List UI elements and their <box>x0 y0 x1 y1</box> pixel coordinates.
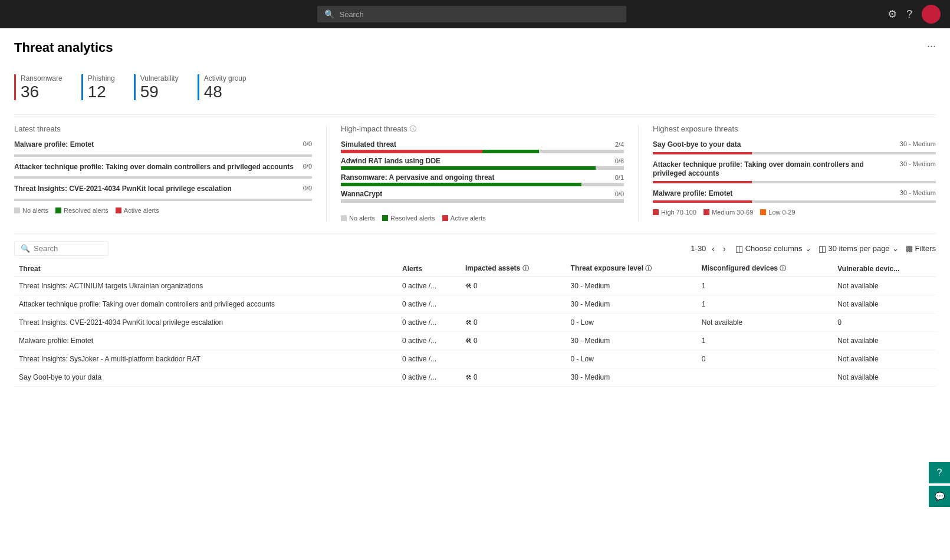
exposure-info-icon: ⓘ <box>645 265 652 272</box>
col-vulnerable: Vulnerable devic... <box>833 261 936 277</box>
latest-threat-row-1: Attacker technique profile: Taking over … <box>14 163 312 172</box>
col-alerts: Alerts <box>397 261 461 277</box>
exp-level-1: 30 - Medium <box>900 160 936 167</box>
choose-columns-icon: ◫ <box>735 244 743 253</box>
table-row: Attacker technique profile: Taking over … <box>14 295 936 314</box>
alerts-cell-0: 0 active /... <box>397 277 461 295</box>
latest-threat-bar-2 <box>14 199 312 201</box>
alerts-cell-4: 0 active /... <box>397 350 461 368</box>
stat-phishing: Phishing 12 <box>81 74 115 100</box>
latest-threat-name-0: Malware profile: Emotet <box>14 140 303 150</box>
legend-no-alerts: No alerts <box>14 207 48 214</box>
threat-cell-5: Say Goot-bye to your data <box>14 368 397 387</box>
search-icon: 🔍 <box>324 9 334 19</box>
more-options-icon[interactable]: ··· <box>927 40 936 52</box>
legend-low: Low 0-29 <box>760 209 795 216</box>
legend-active-alerts: Active alerts <box>116 207 159 214</box>
choose-columns-label: Choose columns <box>745 244 803 253</box>
misconfigured-cell-4: 0 <box>697 350 833 368</box>
threat-cell-4[interactable]: Threat Insights: SysJoker - A multi-plat… <box>14 350 397 368</box>
vulnerable-cell-4: Not available <box>833 350 936 368</box>
exp-bar-fill-1 <box>653 181 752 183</box>
stat-activity-group-label: Activity group <box>204 74 246 83</box>
latest-threat-count-0: 0/0 <box>303 140 312 147</box>
misconfigured-info-icon: ⓘ <box>780 265 786 272</box>
search-box[interactable]: 🔍 <box>317 6 626 22</box>
filters-button[interactable]: ▩ Filters <box>906 244 936 253</box>
choose-columns-button[interactable]: ◫ Choose columns ⌄ <box>735 244 811 253</box>
next-page-button[interactable]: › <box>721 243 728 255</box>
legend-high: High 70-100 <box>653 209 696 216</box>
settings-icon[interactable]: ⚙ <box>887 9 897 19</box>
stat-activity-group: Activity group 48 <box>198 74 246 100</box>
exp-row-1: Attacker technique profile: Taking over … <box>653 160 936 179</box>
table-section: 🔍 1-30 ‹ › ◫ Choose columns ⌄ ◫ 30 items… <box>14 233 936 387</box>
col-threat: Threat <box>14 261 397 277</box>
stats-row: Ransomware 36 Phishing 12 Vulnerability … <box>14 74 936 100</box>
exp-row-0: Say Goot-bye to your data 30 - Medium <box>653 140 936 150</box>
legend-dot-high <box>653 209 659 215</box>
alerts-cell-5: 0 active /... <box>397 368 461 387</box>
exp-level-2: 30 - Medium <box>900 189 936 196</box>
exp-level-0: 30 - Medium <box>900 140 936 147</box>
hi-row-3: WannaCrypt 0/0 <box>341 190 624 203</box>
exp-row-2: Malware profile: Emotet 30 - Medium <box>653 189 936 199</box>
exp-bar-fill-2 <box>653 200 752 203</box>
hi-count-0: 2/4 <box>615 141 624 148</box>
chat-float-button[interactable]: 💬 <box>929 486 950 507</box>
items-per-page-label: 30 items per page <box>829 244 890 253</box>
table-body: Threat Insights: ACTINIUM targets Ukrain… <box>14 277 936 387</box>
threat-cell-0[interactable]: Threat Insights: ACTINIUM targets Ukrain… <box>14 277 397 295</box>
table-search-icon: 🔍 <box>21 244 30 253</box>
stat-phishing-label: Phishing <box>88 74 115 83</box>
hi-count-3: 0/0 <box>615 190 624 197</box>
hi-bar-0 <box>341 150 624 153</box>
legend-active-hi: Active alerts <box>442 215 486 222</box>
misconfigured-cell-1: 1 <box>697 295 833 314</box>
impacted-cell-5: 🛠 0 <box>461 368 566 387</box>
legend-dot-medium <box>704 209 709 215</box>
prev-page-button[interactable]: ‹ <box>709 243 717 255</box>
table-search-box[interactable]: 🔍 <box>14 241 109 256</box>
legend-medium: Medium 30-69 <box>704 209 753 216</box>
threat-cell-3: Malware profile: Emotet <box>14 332 397 350</box>
legend-medium-label: Medium 30-69 <box>712 209 753 216</box>
col-misconfigured: Misconfigured devices ⓘ <box>697 261 833 277</box>
impacted-cell-0: 🛠 0 <box>461 277 566 295</box>
legend-resolved-label: Resolved alerts <box>64 207 109 214</box>
legend-active-hi-label: Active alerts <box>451 215 486 222</box>
table-row: Threat Insights: CVE-2021-4034 PwnKit lo… <box>14 314 936 332</box>
latest-threat-name-1: Attacker technique profile: Taking over … <box>14 163 303 172</box>
impacted-info-icon: ⓘ <box>522 265 529 272</box>
alerts-cell-2: 0 active /... <box>397 314 461 332</box>
legend-no-alerts-label: No alerts <box>22 207 48 214</box>
items-per-page-button[interactable]: ◫ 30 items per page ⌄ <box>818 244 899 253</box>
table-toolbar: 🔍 1-30 ‹ › ◫ Choose columns ⌄ ◫ 30 items… <box>14 241 936 256</box>
highest-exposure-section: Highest exposure threats Say Goot-bye to… <box>638 124 936 222</box>
help-icon[interactable]: ? <box>906 9 912 19</box>
table-row: Threat Insights: SysJoker - A multi-plat… <box>14 350 936 368</box>
stat-ransomware-value: 36 <box>21 84 63 100</box>
hi-bar-red-0 <box>341 150 482 153</box>
hi-count-1: 0/6 <box>615 157 624 164</box>
legend-high-label: High 70-100 <box>661 209 696 216</box>
impacted-cell-4 <box>461 350 566 368</box>
hi-bar-3 <box>341 199 624 203</box>
items-per-page-icon: ◫ <box>818 244 826 253</box>
exposure-legend: High 70-100 Medium 30-69 Low 0-29 <box>653 209 936 216</box>
hi-name-2: Ransomware: A pervasive and ongoing thre… <box>341 173 495 182</box>
table-search-input[interactable] <box>34 244 102 253</box>
stat-ransomware-label: Ransomware <box>21 74 63 83</box>
legend-dot-green <box>55 207 61 213</box>
stat-vulnerability-value: 59 <box>140 84 179 100</box>
legend-dot-red-hi <box>442 215 448 221</box>
hi-bar-green-2 <box>341 183 581 186</box>
exp-bar-2 <box>653 200 936 203</box>
avatar[interactable] <box>922 5 941 24</box>
latest-threat-row-0: Malware profile: Emotet 0/0 <box>14 140 312 150</box>
threat-cell-2[interactable]: Threat Insights: CVE-2021-4034 PwnKit lo… <box>14 314 397 332</box>
hi-name-3: WannaCrypt <box>341 190 382 198</box>
hi-bar-2 <box>341 183 624 186</box>
help-float-button[interactable]: ? <box>929 462 950 483</box>
search-input[interactable] <box>339 10 619 19</box>
